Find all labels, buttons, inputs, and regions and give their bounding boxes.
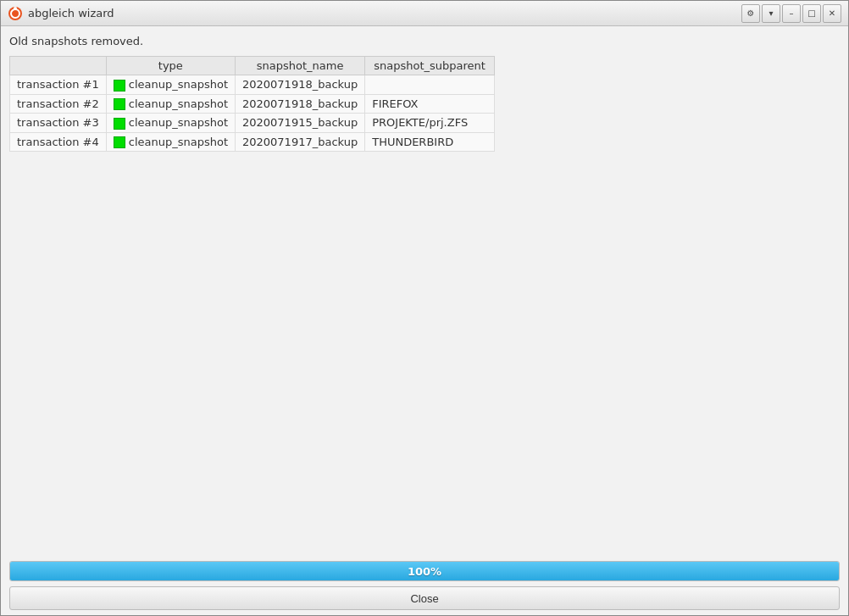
- snapshot-name-cell: 2020071917_backup: [235, 132, 364, 152]
- table-row: transaction #4cleanup_snapshot2020071917…: [10, 132, 495, 152]
- type-cell: cleanup_snapshot: [106, 94, 235, 114]
- type-cell: cleanup_snapshot: [106, 75, 235, 95]
- col-header-snapshot-subparent: snapshot_subparent: [365, 57, 495, 75]
- dropdown-button[interactable]: ▾: [762, 4, 780, 23]
- svg-point-2: [14, 7, 17, 10]
- table-row: transaction #1cleanup_snapshot2020071918…: [10, 75, 495, 95]
- progress-bar: 100%: [9, 561, 840, 581]
- type-cell: cleanup_snapshot: [106, 132, 235, 152]
- col-header-snapshot-name: snapshot_name: [235, 57, 364, 75]
- bottom-area: 100% Close: [1, 554, 848, 615]
- table-row: transaction #3cleanup_snapshot2020071915…: [10, 114, 495, 133]
- status-indicator: [114, 118, 125, 130]
- window-title: abgleich wizard: [28, 7, 741, 19]
- table-container: type snapshot_name snapshot_subparent tr…: [9, 56, 840, 546]
- status-indicator: [114, 136, 125, 148]
- progress-bar-label: 100%: [408, 565, 441, 578]
- transaction-label: transaction #3: [10, 114, 107, 133]
- window-controls: ⚙ ▾ – □ ✕: [741, 4, 841, 23]
- close-button[interactable]: Close: [9, 586, 840, 610]
- table-row: transaction #2cleanup_snapshot2020071918…: [10, 94, 495, 114]
- snapshot-name-cell: 2020071918_backup: [235, 94, 364, 114]
- col-header-type: type: [106, 57, 235, 75]
- main-window: abgleich wizard ⚙ ▾ – □ ✕ Old snapshots …: [0, 0, 849, 616]
- col-header-empty: [10, 57, 107, 75]
- status-text: Old snapshots removed.: [9, 35, 840, 47]
- status-indicator: [114, 80, 125, 92]
- table-header-row: type snapshot_name snapshot_subparent: [10, 57, 495, 75]
- transaction-label: transaction #4: [10, 132, 107, 152]
- snapshot-name-cell: 2020071918_backup: [235, 75, 364, 95]
- snapshot-subparent-cell: THUNDERBIRD: [365, 132, 495, 152]
- type-cell: cleanup_snapshot: [106, 114, 235, 133]
- status-indicator: [114, 98, 125, 110]
- maximize-button[interactable]: □: [802, 4, 821, 23]
- transaction-label: transaction #1: [10, 75, 107, 95]
- snapshot-name-cell: 2020071915_backup: [235, 114, 364, 133]
- titlebar: abgleich wizard ⚙ ▾ – □ ✕: [1, 1, 848, 26]
- snapshot-subparent-cell: PROJEKTE/prj.ZFS: [365, 114, 495, 133]
- snapshot-subparent-cell: FIREFOX: [365, 94, 495, 114]
- transactions-table: type snapshot_name snapshot_subparent tr…: [9, 56, 495, 152]
- transaction-label: transaction #2: [10, 94, 107, 114]
- app-icon: [8, 6, 23, 21]
- content-area: Old snapshots removed. type snapshot_nam…: [1, 26, 848, 554]
- snapshot-subparent-cell: [365, 75, 495, 95]
- settings-button[interactable]: ⚙: [741, 4, 760, 23]
- minimize-button[interactable]: –: [782, 4, 801, 23]
- close-button-title[interactable]: ✕: [823, 4, 841, 23]
